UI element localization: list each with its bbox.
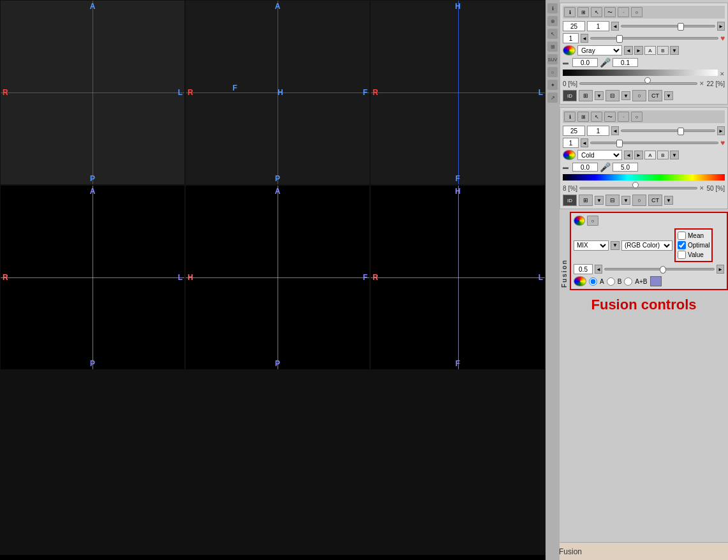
fusion-radio-AB[interactable]: [624, 277, 632, 286]
panel1-heart-track[interactable]: [590, 37, 718, 40]
panel1-slider-right[interactable]: ►: [717, 22, 725, 31]
fusion-icon1[interactable]: [574, 216, 585, 226]
side-icon-circle[interactable]: ○: [547, 67, 558, 77]
panel2-bt1[interactable]: ID: [563, 195, 577, 206]
panel2-val2[interactable]: [587, 126, 609, 136]
panel1-val2[interactable]: [587, 21, 609, 31]
panel2-cm-prev[interactable]: ◄: [624, 151, 633, 159]
panel2-bt5a[interactable]: ▼: [664, 196, 673, 205]
panel1-bt2a[interactable]: ▼: [595, 91, 604, 100]
fusion-bar[interactable]: ▶ Fusion: [546, 542, 728, 560]
fusion-coronal[interactable]: [185, 370, 370, 555]
panel1-cm-a[interactable]: A: [644, 46, 656, 55]
panel2-pct-x[interactable]: ✕: [699, 185, 704, 191]
panel2-cm-b[interactable]: B: [657, 151, 669, 159]
panel1-cursor-icon[interactable]: ↖: [591, 7, 602, 17]
panel1-pct-x[interactable]: ✕: [699, 80, 704, 87]
panel1-bt5[interactable]: CT: [648, 90, 662, 101]
fusion-axial[interactable]: [0, 370, 185, 555]
side-icon-arrow[interactable]: ↗: [547, 92, 558, 103]
panel2-grid-icon[interactable]: ⊞: [577, 112, 589, 122]
fusion-opacity-input[interactable]: [574, 264, 593, 274]
panel1-val3[interactable]: [563, 33, 579, 43]
panel1-grid-icon[interactable]: ⊞: [577, 7, 589, 17]
panel2-cm-a[interactable]: A: [644, 151, 656, 159]
panel1-slider-left[interactable]: ◄: [611, 22, 619, 31]
fusion-cb-mean[interactable]: [678, 232, 686, 240]
panel2-info-icon[interactable]: ℹ: [564, 112, 576, 122]
panel1-pct-track[interactable]: [579, 82, 697, 85]
panel2-cursor-icon[interactable]: ↖: [591, 112, 602, 122]
panel1-cm-next[interactable]: ►: [634, 46, 643, 55]
panel2-heart-track[interactable]: [590, 142, 718, 144]
panel1-dot-icon[interactable]: ·: [618, 7, 629, 17]
fusion-cb-optimal[interactable]: [678, 241, 686, 249]
panel2-slider-track[interactable]: [621, 129, 715, 132]
panel2-range-min[interactable]: [572, 163, 598, 172]
panel1-slider-track[interactable]: [621, 25, 715, 27]
panel1-pct-thumb[interactable]: [644, 77, 651, 84]
panel1-range-min[interactable]: [572, 58, 598, 67]
side-icon-cursor[interactable]: ↖: [547, 29, 558, 39]
pet-sagittal[interactable]: H F R L: [370, 185, 546, 370]
panel1-bt3a[interactable]: ▼: [621, 91, 630, 100]
fusion-rgb-select[interactable]: (RGB Color): [621, 240, 672, 251]
panel2-cm-c[interactable]: ▼: [670, 151, 679, 159]
panel1-range-max[interactable]: [613, 58, 638, 67]
panel2-bt2[interactable]: ⊞: [579, 195, 593, 206]
fusion-radio-B[interactable]: [607, 277, 615, 286]
fusion-radio-A[interactable]: [589, 277, 597, 286]
panel2-bt3a[interactable]: ▼: [621, 196, 630, 205]
fusion-slider-track[interactable]: [604, 268, 715, 270]
panel2-circle-icon[interactable]: ○: [631, 112, 643, 122]
fusion-slider-left[interactable]: ◄: [595, 265, 602, 274]
mri-sagittal-gray[interactable]: H F R L: [370, 0, 546, 185]
panel1-bt1[interactable]: ID: [563, 90, 577, 101]
fusion-mix-arrow[interactable]: ▼: [611, 241, 620, 250]
panel2-bt4[interactable]: ○: [632, 195, 646, 206]
fusion-icon2[interactable]: ○: [587, 216, 598, 226]
panel2-cm-next[interactable]: ►: [634, 151, 643, 159]
panel2-slider-left[interactable]: ◄: [611, 126, 619, 135]
mri-coronal-gray[interactable]: A P H F R F: [185, 0, 370, 185]
panel1-cm-prev[interactable]: ◄: [624, 46, 633, 55]
panel1-info-icon[interactable]: ℹ: [564, 7, 576, 17]
panel1-bt2[interactable]: ⊞: [579, 90, 593, 101]
side-icon-layout[interactable]: ⊞: [547, 41, 558, 52]
mri-axial-gray[interactable]: A P R L: [0, 0, 185, 185]
panel2-dot-icon[interactable]: ·: [618, 112, 629, 122]
pet-axial[interactable]: A P R L: [0, 185, 185, 370]
panel1-cm-b[interactable]: B: [657, 46, 669, 55]
panel1-bt3[interactable]: ⊟: [605, 90, 620, 101]
panel1-colorbar-x[interactable]: ✕: [720, 71, 725, 77]
panel2-bt5[interactable]: CT: [648, 195, 662, 206]
panel1-bt5a[interactable]: ▼: [664, 91, 673, 100]
fusion-slider-right[interactable]: ►: [717, 265, 724, 274]
panel2-val1[interactable]: [563, 126, 585, 136]
panel2-pct-thumb[interactable]: [632, 182, 639, 188]
panel2-heart-left[interactable]: ◄: [581, 138, 588, 147]
panel2-val3[interactable]: [563, 138, 579, 148]
side-icon-suv[interactable]: SUV: [547, 54, 558, 64]
panel2-wave-icon[interactable]: 〜: [604, 112, 616, 122]
panel2-colormap-select[interactable]: Cold Gray Hot: [577, 150, 622, 160]
fusion-sagittal[interactable]: [370, 370, 546, 555]
panel1-bt4[interactable]: ○: [632, 90, 646, 101]
panel2-range-max[interactable]: [613, 163, 638, 172]
panel2-bt2a[interactable]: ▼: [595, 196, 604, 205]
panel1-cm-c[interactable]: ▼: [670, 46, 679, 55]
side-icon-star[interactable]: ✦: [547, 80, 558, 90]
side-icon-zoom[interactable]: ⊕: [547, 16, 558, 26]
panel1-colormap-select[interactable]: Gray Hot Cold: [577, 45, 622, 55]
panel2-slider-right[interactable]: ►: [717, 126, 725, 135]
panel1-wave-icon[interactable]: 〜: [604, 7, 616, 17]
panel1-val1[interactable]: [563, 21, 585, 31]
pet-coronal[interactable]: A P H F: [185, 185, 370, 370]
fusion-mix-select[interactable]: MIX: [574, 240, 609, 251]
fusion-cb-value[interactable]: [678, 251, 686, 259]
panel2-bt3[interactable]: ⊟: [605, 195, 620, 206]
side-icon-info[interactable]: ℹ: [547, 3, 558, 13]
panel1-heart-left[interactable]: ◄: [581, 34, 588, 43]
panel1-circle-icon[interactable]: ○: [631, 7, 643, 17]
panel2-pct-track[interactable]: [579, 187, 697, 189]
